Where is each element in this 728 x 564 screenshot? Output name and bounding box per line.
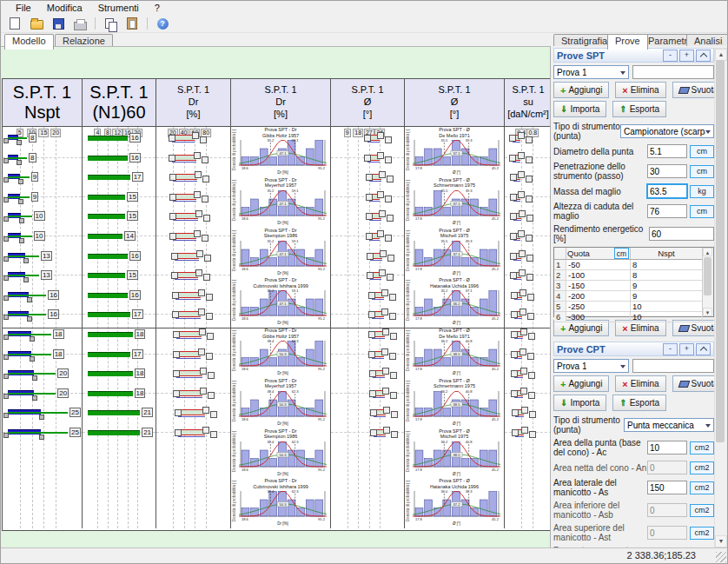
panel-scrollbar[interactable]: ▲ ▼ [714, 48, 728, 548]
unit-chip: cm [690, 165, 714, 178]
cpt-esporta-button[interactable]: ⇑Esporta [612, 395, 666, 411]
tab-modello[interactable]: Modello [4, 34, 54, 50]
spt-elimina-button[interactable]: ×Elimina [615, 82, 665, 98]
range-marker [210, 411, 217, 418]
scroll-up-icon[interactable]: ▲ [715, 49, 727, 61]
tab-prove[interactable]: Prove [607, 34, 648, 50]
range-band [173, 233, 196, 239]
diametro-punta-input[interactable] [647, 144, 687, 158]
table-cell[interactable]: 8 [631, 260, 703, 269]
range-marker [200, 388, 207, 395]
prove-cpt-header[interactable]: Prove CPT - + [553, 342, 714, 356]
new-document-button[interactable] [5, 16, 24, 32]
cpt-aggiungi-button[interactable]: +Aggiungi [553, 375, 609, 392]
table-cell[interactable]: 10 [631, 302, 703, 311]
range-underline [176, 397, 202, 398]
area-laterale-input[interactable] [647, 481, 687, 494]
group-minus-button[interactable]: - [663, 50, 678, 62]
range-marker [377, 230, 384, 237]
menu-help[interactable]: ? [147, 2, 168, 14]
bar-value-label: 18 [53, 329, 64, 339]
svg-text:45.2: 45.2 [492, 316, 500, 321]
massa-maglio-input[interactable] [647, 184, 687, 198]
range-marker [385, 156, 392, 163]
help-icon: ? [157, 18, 169, 30]
cpt-prova-name-input[interactable] [632, 359, 714, 373]
range-marker [526, 274, 533, 281]
svg-text:45.2: 45.2 [492, 166, 500, 170]
menu-modifica[interactable]: Modifica [39, 2, 90, 14]
spt-aggiungi-button[interactable]: +Aggiungi [553, 82, 609, 98]
group-minus-button[interactable]: - [663, 343, 678, 355]
bar-value-label: 15 [127, 211, 138, 221]
area-punta-input[interactable] [647, 441, 687, 455]
spt-prova-name-input[interactable] [632, 65, 714, 79]
help-button[interactable]: ? [153, 16, 172, 32]
table-cell[interactable]: -50 [566, 260, 631, 269]
table-cell[interactable]: 9 [631, 291, 703, 301]
svg-text:38.4: 38.4 [267, 339, 275, 343]
spt-esporta-button[interactable]: ⇑Esporta [612, 101, 666, 117]
table-cell[interactable]: 10 [631, 312, 703, 322]
resize-grip[interactable] [716, 552, 726, 562]
distribution-plot: Prova SPT - ØDe Mello 1971Densità di pro… [405, 328, 504, 378]
range-marker [203, 274, 210, 281]
menu-strumenti[interactable]: Strumenti [90, 2, 147, 14]
distribution-plot-svg: 36.240.838.517.845.2Ø [°] [413, 440, 500, 476]
scroll-down-icon[interactable]: ▼ [703, 308, 712, 316]
cpt-importa-button[interactable]: ⇓Importa [553, 395, 606, 411]
spt-tipo-select[interactable]: Campionatore (scarpa ta [620, 124, 714, 138]
cpt-elimina-button[interactable]: ×Elimina [615, 375, 665, 392]
range-underline [513, 162, 520, 163]
cpt-prova-select[interactable]: Prova 1 [553, 359, 629, 373]
group-collapse-button[interactable] [696, 50, 711, 62]
table-cell[interactable]: 8 [631, 270, 703, 280]
field-label: Area della punta (base del cono) - Ac [553, 438, 647, 457]
save-button[interactable] [49, 16, 68, 32]
distribution-plot: Prova SPT - ØSchmertmann 1975Densità di … [405, 177, 504, 228]
table-cell[interactable]: 9 [631, 281, 703, 290]
spt-prova-select[interactable]: Prova 1 [553, 65, 629, 79]
scroll-up-icon[interactable]: ▲ [703, 248, 712, 256]
scroll-down-icon[interactable]: ▼ [715, 535, 727, 547]
table-cell[interactable]: -300 [566, 312, 631, 322]
bar-end-marker [17, 160, 22, 165]
field-label: Tipo di strumento (punta) [553, 122, 620, 141]
altezza-caduta-input[interactable] [647, 204, 687, 218]
paste-button[interactable] [122, 16, 142, 32]
menu-file[interactable]: File [8, 2, 39, 14]
group-plus-button[interactable]: + [679, 343, 694, 355]
print-button[interactable] [70, 16, 89, 32]
chart-column-header: S.P.T. 1Ø[°] [405, 79, 504, 127]
plot-ylabel: Densità di probabilità [-] [406, 129, 410, 170]
range-band [173, 213, 197, 219]
range-underline [513, 142, 520, 143]
table-cell[interactable]: -250 [566, 302, 631, 311]
depth-marker [3, 315, 9, 320]
range-band [176, 351, 202, 357]
n160-bar [88, 293, 128, 298]
cpt-tipo-select[interactable]: Punta meccanica [624, 418, 714, 432]
range-marker [510, 233, 517, 240]
penetrazione-input[interactable] [647, 164, 687, 178]
range-underline [513, 279, 521, 280]
copy-button[interactable] [101, 16, 120, 32]
range-marker [173, 370, 180, 377]
range-underline [514, 397, 523, 398]
table-cell[interactable]: -200 [566, 291, 631, 301]
table-cell[interactable]: -100 [566, 270, 631, 280]
range-marker [528, 372, 535, 379]
group-collapse-button[interactable] [696, 343, 711, 355]
group-title: Prove CPT [557, 344, 606, 355]
table-cell[interactable]: -150 [566, 281, 631, 290]
group-plus-button[interactable]: + [679, 50, 694, 62]
spt-table-scrollbar[interactable]: ▲ ▼ [702, 248, 713, 316]
nspt-line [8, 354, 51, 355]
range-underline [514, 299, 522, 300]
rendimento-input[interactable] [649, 227, 714, 241]
open-button[interactable] [27, 16, 46, 32]
range-marker [511, 331, 518, 338]
range-marker [510, 194, 517, 201]
prove-spt-header[interactable]: Prove SPT - + [553, 48, 714, 63]
spt-importa-button[interactable]: ⇓Importa [553, 101, 606, 117]
